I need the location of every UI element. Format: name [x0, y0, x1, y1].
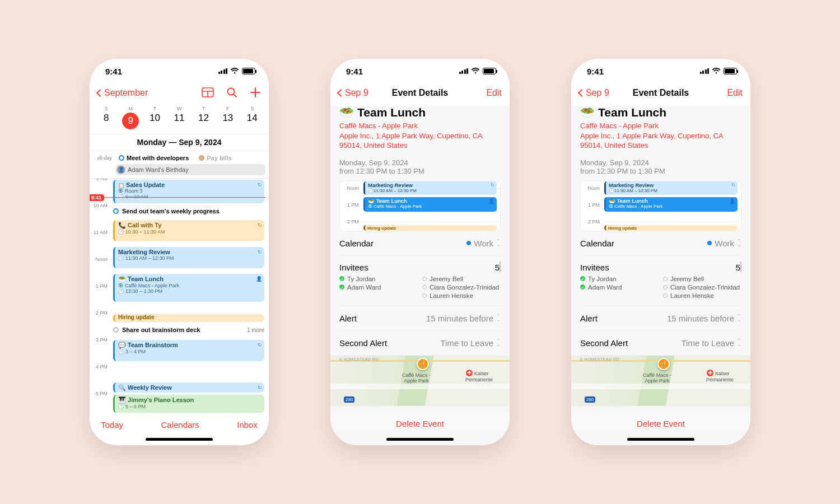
hwy-shield: 280 [344, 396, 354, 403]
more-label: 1 more [247, 327, 264, 333]
updown-icon: ⌃⌄ [496, 315, 501, 321]
map-preview[interactable]: E HOMESTEAD RD 🍴 Caffè Macs - Apple Park… [571, 356, 750, 406]
back-button[interactable]: Sep 9 [338, 88, 368, 98]
row-label: Second Alert [580, 338, 628, 348]
wifi-icon [471, 68, 480, 74]
event-time: 11:30 AM – 12:30 PM [614, 188, 657, 193]
map-pin-icon: 🍴 [657, 358, 670, 370]
task-brainstorm-deck[interactable]: Share out brainstorm deck 1 more [113, 326, 264, 333]
alert-row[interactable]: Alert 15 minutes before⌃⌄ [339, 306, 501, 331]
alert-row[interactable]: Alert15 minutes before⌃⌄ [580, 306, 741, 331]
back-button[interactable]: September [97, 88, 148, 98]
mini-timeline[interactable]: Noon 1 PM 2 PM ↻ Marketing Review 🕐11:30… [339, 181, 501, 231]
mini-event-lunch-selected[interactable]: 👤 🥗 Team Lunch ⦿ Caffè Macs - Apple Park [363, 197, 497, 212]
event-team-brainstorm[interactable]: ↻ 💬 Team Brainstorm 🕐3 – 4 PM [113, 340, 264, 361]
weekday-header: S M T W T F S [90, 106, 269, 111]
date-cell[interactable]: 13 [216, 113, 240, 129]
home-indicator[interactable] [627, 438, 694, 441]
edit-button[interactable]: Edit [727, 88, 743, 98]
mini-timeline[interactable]: Noon 1 PM 2 PM ↻Marketing Review🕐11:30 A… [580, 181, 741, 231]
date-cell[interactable]: 14 [240, 113, 264, 129]
invitees-list: Ty Jordan Jeremy Bell Adam Ward Ciara Go… [339, 276, 501, 306]
location-addr: Apple Inc., 1 Apple Park Way, Cupertino,… [339, 132, 482, 150]
hour-label: 1 PM [90, 283, 110, 289]
event-detail-body[interactable]: 🥗Team Lunch Caffè Macs - Apple ParkApple… [330, 106, 510, 445]
event-title: Marketing Review [118, 249, 261, 255]
invitees-section[interactable]: Invitees 5 Ty Jordan Jeremy Bell Adam Wa… [339, 256, 501, 306]
invitee: Lauren Henske [663, 292, 741, 299]
invitee: Ty Jordan [339, 276, 418, 282]
title-text: Team Lunch [598, 106, 666, 119]
date-cell[interactable]: 12 [192, 113, 216, 129]
calendar-row[interactable]: Calendar Work⌃⌄ [339, 231, 501, 256]
event-marketing-review[interactable]: ↻ Marketing Review 🕐11:30 AM – 12:30 PM [113, 247, 264, 268]
date-cell[interactable]: 8 [94, 113, 118, 129]
row-value: Time to Leave [441, 338, 494, 348]
event-location: Caffè Macs - Apple Park [125, 283, 179, 288]
row-label: Invitees [580, 263, 609, 272]
mini-event-lunch-selected[interactable]: 👤🥗 Team Lunch⦿ Caffè Macs - Apple Park [604, 197, 738, 212]
mini-event-marketing[interactable]: ↻Marketing Review🕐11:30 AM – 12:30 PM [604, 181, 738, 195]
edit-button[interactable]: Edit [486, 88, 502, 98]
back-button[interactable]: Sep 9 [579, 88, 609, 98]
add-icon[interactable] [250, 87, 261, 100]
event-team-lunch[interactable]: 👤 🥗 Team Lunch ⦿ Caffè Macs - Apple Park… [113, 274, 264, 302]
svg-line-4 [234, 94, 236, 97]
second-alert-row[interactable]: Second AlertTime to Leave⌃⌄ [580, 331, 741, 356]
invitees-count: 5 [736, 263, 740, 272]
today-button[interactable]: Today [101, 420, 123, 430]
weekday: T [143, 106, 167, 111]
event-title: Team Lunch [617, 198, 648, 204]
event-title: Call with Ty [128, 222, 161, 228]
map-preview[interactable]: E HOMESTEAD RD 🍴 Caffè Macs - Apple Park… [330, 356, 510, 406]
timeline[interactable]: 9 AM 10 AM 11 AM Noon 1 PM 2 PM 3 PM 4 P… [90, 179, 269, 445]
mini-event-hiring[interactable]: Hiring update [363, 225, 497, 231]
event-call-ty[interactable]: ↻ 📞 Call with Ty 🕐10:30 – 11:30 AM [113, 220, 264, 241]
back-label: September [104, 88, 148, 98]
event-piano-lesson[interactable]: 🎹 Jimmy's Piano Lesson 🕐5 – 6 PM [113, 395, 264, 413]
updown-icon: ⌃⌄ [737, 240, 741, 246]
event-location[interactable]: Caffè Macs - Apple ParkApple Inc., 1 App… [339, 121, 501, 151]
home-indicator[interactable] [386, 438, 454, 441]
event-datetime: Monday, Sep 9, 2024from 12:30 PM to 1:30… [580, 158, 741, 175]
event-weekly-review[interactable]: ↻ 🔍 Weekly Review [113, 382, 264, 393]
task-circle-icon [113, 208, 119, 214]
inbox-button[interactable]: Inbox [237, 420, 258, 430]
date-cell[interactable]: 10 [143, 113, 167, 129]
nav-bar: Sep 9 Event Details Edit [330, 83, 510, 106]
back-label: Sep 9 [586, 88, 609, 98]
invitees-section[interactable]: Invitees5 Ty Jordan Jeremy Bell Adam War… [580, 256, 741, 306]
allday-task[interactable]: Meet with developers [115, 153, 192, 162]
delete-event-button[interactable]: Delete Event [330, 413, 510, 431]
delete-event-button[interactable]: Delete Event [571, 413, 750, 431]
event-hiring-update[interactable]: Hiring update [113, 314, 264, 322]
task-weekly-progress[interactable]: Send out team's weekly progress [113, 208, 264, 214]
calendars-button[interactable]: Calendars [161, 420, 199, 430]
search-icon[interactable] [226, 87, 237, 100]
status-bar: 9:41 [90, 59, 269, 83]
second-alert-row[interactable]: Second Alert Time to Leave⌃⌄ [339, 331, 501, 356]
calendar-color-dot [707, 241, 712, 245]
allday-section: all-day Meet with developers Pay bills 👤… [90, 151, 269, 179]
mini-event-marketing[interactable]: ↻ Marketing Review 🕐11:30 AM – 12:30 PM [363, 181, 497, 195]
status-pending-icon [422, 285, 427, 290]
location-addr: Apple Inc., 1 Apple Park Way, Cupertino,… [580, 132, 723, 150]
hour-label: Noon [90, 256, 110, 262]
view-mode-icon[interactable] [202, 87, 214, 99]
birthday-chip[interactable]: 👤Adam Ward's Birthday [115, 164, 265, 175]
date-cell[interactable]: 11 [167, 113, 191, 129]
event-location[interactable]: Caffè Macs - Apple ParkApple Inc., 1 App… [580, 121, 741, 151]
now-indicator: 9:41 [90, 197, 265, 198]
invitee: Adam Ward [580, 284, 659, 291]
mini-event-hiring[interactable]: Hiring update [604, 225, 738, 231]
event-sales-update[interactable]: ↻ 📋 Sales Update ⦿ Room 3 🕐9 – 10 AM [113, 180, 264, 203]
repeat-icon: ↻ [258, 249, 262, 255]
allday-task-muted[interactable]: Pay bills [195, 153, 235, 162]
wifi-icon [230, 68, 239, 74]
home-indicator[interactable] [146, 438, 213, 441]
event-time: 11:30 AM – 12:30 PM [125, 255, 174, 261]
date-cell-selected[interactable]: 9 [122, 113, 139, 129]
people-icon: 👤 [256, 276, 262, 282]
calendar-row[interactable]: CalendarWork⌃⌄ [580, 231, 741, 256]
event-detail-body[interactable]: 🥗Team Lunch Caffè Macs - Apple ParkApple… [571, 106, 750, 445]
